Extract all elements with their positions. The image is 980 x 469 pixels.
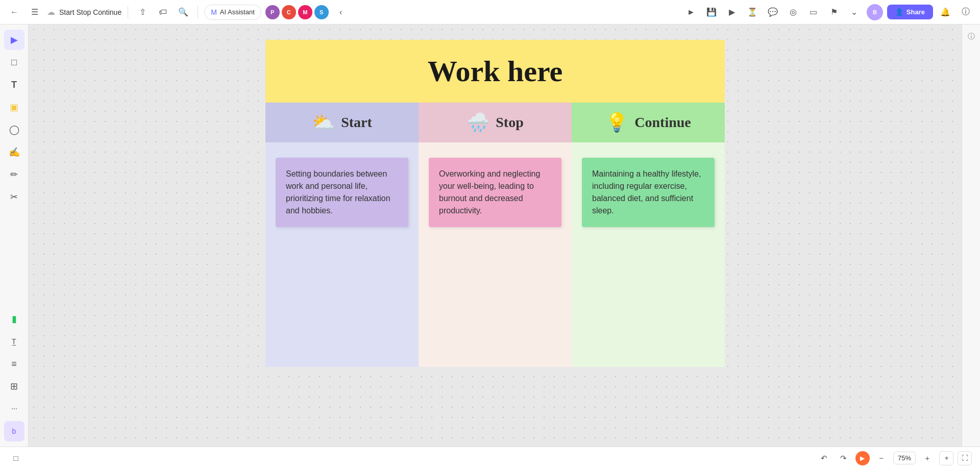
chevron-down-button[interactable]: ⌄: [846, 4, 863, 20]
sidebar-icon-table[interactable]: ⊞: [4, 376, 24, 397]
top-toolbar: ← ☰ ☁ Start Stop Continue ⇧ 🏷 🔍 M AI Ass…: [0, 0, 980, 24]
back-button[interactable]: ←: [6, 4, 22, 20]
board: Work here ⛅ Start Setting boundaries bet…: [265, 40, 725, 367]
sticky-note-start[interactable]: Setting boundaries between work and pers…: [276, 158, 408, 227]
add-frame-button[interactable]: □: [8, 451, 23, 466]
zoom-out-button[interactable]: −: [874, 451, 889, 466]
column-stop-label: Stop: [496, 114, 523, 131]
templates-b-icon: b: [12, 427, 16, 435]
sidebar-icon-textbox[interactable]: T̲: [4, 331, 24, 352]
bottom-toolbar-right: ↶ ↷ ▶ − 75% + ⌖ ⛶: [817, 451, 972, 466]
cloud-icon: ☁: [47, 7, 55, 17]
fit-button[interactable]: ⌖: [939, 451, 953, 465]
column-stop-body[interactable]: Overworking and neglecting your well-bei…: [419, 142, 572, 367]
board-title: Work here: [286, 54, 704, 88]
ai-assistant-button[interactable]: M AI Assistant: [204, 5, 261, 20]
export-button[interactable]: ⇧: [134, 4, 151, 20]
column-stop: 🌧️ Stop Overworking and neglecting your …: [419, 103, 572, 367]
avatar-4: S: [314, 5, 329, 19]
toolbar-right: ► 💾 ▶ ⏳ 💬 ◎ ▭ ⚑ ⌄ B 👤 Share 🔔 ⓘ: [683, 4, 974, 20]
sidebar-icon-frame[interactable]: □: [4, 52, 24, 72]
zoom-in-button[interactable]: +: [920, 451, 935, 466]
column-continue-body[interactable]: Maintaining a healthy lifestyle, includi…: [572, 142, 725, 367]
avatar-2: C: [282, 5, 296, 19]
share-label: Share: [906, 8, 925, 16]
main-area: ▶ □ T ▣ ◯ ✍ ✏ ✂ ▮ T̲ ≡ ⊞ ⋯ b Work here: [0, 24, 980, 447]
menu-button[interactable]: ☰: [27, 4, 43, 20]
search-button[interactable]: 🔍: [175, 4, 191, 20]
column-start-header: ⛅ Start: [265, 103, 419, 142]
user-avatar[interactable]: B: [867, 4, 883, 20]
sticky-note-stop-text: Overworking and neglecting your well-bei…: [439, 169, 540, 215]
sidebar-icon-cursor[interactable]: ▶: [4, 30, 24, 50]
share-button[interactable]: 👤 Share: [887, 5, 933, 19]
notifications-button[interactable]: 🔔: [937, 4, 953, 20]
share-icon: 👤: [895, 8, 903, 16]
toolbar-left: ← ☰ ☁ Start Stop Continue ⇧ 🏷 🔍 M AI Ass…: [6, 4, 679, 20]
board-columns: ⛅ Start Setting boundaries between work …: [265, 103, 725, 367]
arrow-right-button[interactable]: ►: [683, 4, 699, 20]
present-button[interactable]: ▶: [855, 451, 870, 465]
sidebar-icon-text[interactable]: T: [4, 75, 24, 95]
column-continue-header: 💡 Continue: [572, 103, 725, 142]
sidebar-icon-list[interactable]: ≡: [4, 354, 24, 374]
play-button[interactable]: ▶: [724, 4, 740, 20]
save-button[interactable]: 💾: [703, 4, 720, 20]
sticky-note-stop[interactable]: Overworking and neglecting your well-bei…: [429, 158, 561, 227]
bottom-toolbar: □ ↶ ↷ ▶ − 75% + ⌖ ⛶: [0, 447, 980, 469]
sidebar-icon-highlight[interactable]: ▮: [4, 309, 24, 329]
ai-assistant-label: AI Assistant: [220, 8, 255, 16]
sidebar-icon-sticky[interactable]: ▣: [4, 97, 24, 117]
layout-button[interactable]: ▭: [805, 4, 822, 20]
sticky-note-start-text: Setting boundaries between work and pers…: [286, 169, 390, 215]
zoom-display[interactable]: 75%: [893, 452, 916, 464]
avatar-1: P: [265, 5, 280, 19]
timer-button[interactable]: ⏳: [744, 4, 761, 20]
sidebar-icon-templates[interactable]: b: [4, 421, 24, 441]
sticky-note-continue[interactable]: Maintaining a healthy lifestyle, includi…: [582, 158, 715, 227]
sidebar-icon-eraser[interactable]: ✏: [4, 164, 24, 185]
divider-1: [128, 6, 128, 18]
comment-button[interactable]: 💬: [765, 4, 781, 20]
sidebar-icon-cut[interactable]: ✂: [4, 187, 24, 207]
right-info-icon[interactable]: ⓘ: [964, 30, 978, 44]
start-emoji: ⛅: [312, 112, 335, 133]
sidebar-icon-more[interactable]: ⋯: [4, 399, 24, 419]
sidebar-icon-shapes[interactable]: ◯: [4, 119, 24, 140]
history-button[interactable]: ◎: [785, 4, 801, 20]
undo-button[interactable]: ↶: [817, 451, 832, 466]
column-stop-header: 🌧️ Stop: [419, 103, 572, 142]
sticky-note-continue-text: Maintaining a healthy lifestyle, includi…: [592, 169, 701, 215]
redo-button[interactable]: ↷: [836, 451, 851, 466]
divider-2: [198, 6, 198, 18]
canvas[interactable]: Work here ⛅ Start Setting boundaries bet…: [29, 24, 962, 447]
column-start-body[interactable]: Setting boundaries between work and pers…: [265, 142, 419, 367]
collapse-button[interactable]: ‹: [333, 4, 349, 20]
tags-button[interactable]: 🏷: [155, 4, 171, 20]
ai-icon: M: [211, 8, 217, 16]
flag-button[interactable]: ⚑: [826, 4, 842, 20]
left-sidebar: ▶ □ T ▣ ◯ ✍ ✏ ✂ ▮ T̲ ≡ ⊞ ⋯ b: [0, 24, 29, 447]
avatar-3: M: [298, 5, 312, 19]
column-start-label: Start: [341, 114, 372, 131]
right-sidebar: ⓘ: [962, 24, 980, 447]
fullscreen-button[interactable]: ⛶: [958, 451, 972, 465]
help-button[interactable]: ⓘ: [958, 4, 974, 20]
collab-avatars: P C M S: [265, 5, 329, 19]
bottom-toolbar-left: □: [8, 451, 23, 466]
sidebar-icon-pen[interactable]: ✍: [4, 142, 24, 162]
document-title: Start Stop Continue: [59, 8, 121, 16]
board-header: Work here: [265, 40, 725, 103]
stop-emoji: 🌧️: [467, 112, 489, 133]
column-start: ⛅ Start Setting boundaries between work …: [265, 103, 419, 367]
column-continue: 💡 Continue Maintaining a healthy lifesty…: [572, 103, 725, 367]
continue-emoji: 💡: [605, 112, 628, 133]
column-continue-label: Continue: [634, 114, 691, 131]
